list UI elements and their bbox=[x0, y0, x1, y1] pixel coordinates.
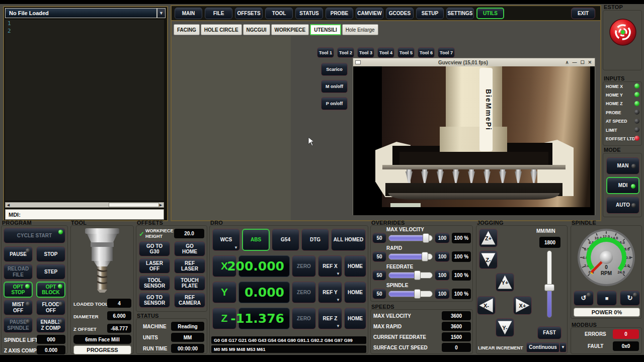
opt-block-button[interactable]: OPT BLOCK bbox=[36, 282, 65, 298]
m-on-off-button[interactable]: M on/off bbox=[321, 80, 348, 93]
dtg-button[interactable]: DTG bbox=[301, 229, 329, 251]
stop-button[interactable]: STOP bbox=[36, 246, 65, 262]
mode-man-button[interactable]: MAN bbox=[606, 157, 639, 174]
all-homed-button[interactable]: ALL HOMED bbox=[331, 229, 366, 251]
tab-setup[interactable]: SETUP bbox=[416, 8, 444, 19]
exit-button[interactable]: EXIT bbox=[571, 8, 595, 19]
tool-1-button[interactable]: Tool 1 bbox=[317, 47, 334, 58]
home-x-button[interactable]: HOME bbox=[344, 255, 366, 277]
maximize-icon[interactable]: ☐ bbox=[580, 60, 584, 65]
flood-button[interactable]: FLOOD OFF bbox=[36, 300, 65, 315]
p-on-off-button[interactable]: P on/off bbox=[321, 97, 348, 110]
laser-off-button[interactable]: LASER OFF bbox=[139, 258, 170, 274]
override-min-button[interactable]: 50 bbox=[372, 251, 386, 262]
zero-y-button[interactable]: ZERO bbox=[292, 282, 316, 303]
tab-tool[interactable]: TOOL bbox=[265, 8, 293, 19]
jog-x-minus-button[interactable]: X- bbox=[477, 296, 496, 315]
tab-camview[interactable]: CAMVIEW bbox=[356, 8, 383, 19]
enable-z-comp-button[interactable]: ENABLE Z COMP bbox=[36, 317, 65, 333]
jog-speed-slider[interactable] bbox=[547, 250, 552, 318]
go-home-button[interactable]: GO HOME bbox=[174, 241, 205, 256]
tool-5-button[interactable]: Tool 5 bbox=[397, 47, 415, 58]
override-max-velocity-slider[interactable] bbox=[388, 235, 433, 241]
override-feedrate-slider[interactable] bbox=[388, 272, 433, 279]
cycle-start-button[interactable]: CYCLE START bbox=[4, 228, 65, 243]
spindle-cw-button[interactable]: ↻ bbox=[620, 291, 640, 306]
jog-y-plus-button[interactable]: Y+ bbox=[496, 273, 514, 292]
zero-z-button[interactable]: ZERO bbox=[292, 308, 316, 329]
tab-offsets[interactable]: OFFSETS bbox=[235, 8, 263, 19]
tab-status[interactable]: STATUS bbox=[295, 8, 323, 19]
override-min-button[interactable]: 50 bbox=[372, 270, 386, 281]
shade-icon[interactable]: ∧ bbox=[566, 60, 569, 65]
ref-z-button[interactable]: REF Z▼ bbox=[318, 308, 342, 329]
jog-x-plus-button[interactable]: X+ bbox=[513, 296, 532, 315]
increment-dropdown-arrow-icon[interactable]: ▼ bbox=[559, 342, 567, 352]
jog-z-minus-button[interactable]: Z- bbox=[479, 250, 498, 269]
scrollbar-thumb[interactable] bbox=[109, 203, 159, 207]
override-min-button[interactable]: 50 bbox=[372, 289, 386, 299]
mdi-input[interactable]: MDI: bbox=[5, 209, 164, 220]
tab-utils[interactable]: UTILS bbox=[476, 8, 504, 19]
tool-2-button[interactable]: Tool 2 bbox=[337, 47, 354, 58]
tab-probe[interactable]: PROBE bbox=[326, 8, 353, 19]
zero-x-button[interactable]: ZERO bbox=[292, 255, 316, 277]
override-rapid-slider[interactable] bbox=[388, 253, 433, 260]
override-spindle-slider[interactable] bbox=[388, 291, 433, 297]
jog-z-plus-button[interactable]: Z+ bbox=[479, 229, 498, 247]
mode-auto-button[interactable]: AUTO bbox=[606, 197, 639, 214]
go-to-g30-button[interactable]: GO TO G30 bbox=[139, 241, 170, 256]
file-dropdown-button[interactable]: ▼ bbox=[157, 8, 166, 18]
pause-spindle-button[interactable]: PAUSE SPINDLE bbox=[4, 317, 33, 333]
override-max-button[interactable]: 100 bbox=[435, 251, 450, 262]
mode-mdi-button[interactable]: MDI bbox=[606, 177, 639, 194]
tool-6-button[interactable]: Tool 6 bbox=[418, 47, 435, 58]
touch-plate-button[interactable]: TOUCH PLATE bbox=[174, 276, 205, 291]
tool-3-button[interactable]: Tool 3 bbox=[357, 47, 374, 58]
mist-button[interactable]: MIST OFF bbox=[4, 300, 33, 315]
scroll-left-arrow-icon[interactable]: ◀ bbox=[6, 203, 11, 207]
slider-handle[interactable] bbox=[414, 270, 421, 280]
subtab-hole-circle[interactable]: HOLE CIRCLE bbox=[201, 24, 242, 35]
override-max-button[interactable]: 100 bbox=[435, 233, 450, 243]
tool-4-button[interactable]: Tool 4 bbox=[377, 47, 394, 58]
tab-gcodes[interactable]: GCODES bbox=[386, 8, 414, 19]
close-icon[interactable]: ✕ bbox=[588, 60, 592, 65]
spindle-ccw-button[interactable]: ↺ bbox=[574, 291, 594, 306]
spindle-stop-button[interactable]: ■ bbox=[597, 291, 617, 306]
subtab-facing[interactable]: FACING bbox=[174, 24, 200, 35]
ref-x-button[interactable]: REF X▼ bbox=[318, 255, 342, 277]
pause-button[interactable]: PAUSE bbox=[4, 246, 33, 262]
tab-settings[interactable]: SETTINGS bbox=[446, 8, 474, 19]
tab-file[interactable]: FILE bbox=[205, 8, 232, 19]
workpiece-height-value[interactable]: 20.0 bbox=[174, 229, 204, 238]
editor-horizontal-scrollbar[interactable]: ◀ ▶ bbox=[5, 202, 164, 208]
subtab-utensili[interactable]: UTENSILI bbox=[310, 24, 341, 35]
axis-y-button[interactable]: Y bbox=[212, 282, 236, 303]
tool-sensor-button[interactable]: TOOL SENSOR bbox=[139, 276, 170, 291]
wcs-button[interactable]: WCS▼ bbox=[212, 229, 240, 251]
ref-y-button[interactable]: REF Y▼ bbox=[318, 282, 342, 303]
fast-button[interactable]: FAST bbox=[537, 326, 561, 339]
abs-button[interactable]: ABS bbox=[242, 229, 270, 251]
override-max-button[interactable]: 100 bbox=[435, 270, 450, 281]
g54-button[interactable]: G54 bbox=[272, 229, 299, 251]
opt-stop-button[interactable]: OPT STOP bbox=[4, 282, 33, 298]
slider-handle[interactable] bbox=[414, 289, 421, 299]
estop-button[interactable] bbox=[608, 18, 637, 47]
ref-camera-button[interactable]: REF CAMERA bbox=[174, 293, 205, 308]
tool-7-button[interactable]: Tool 7 bbox=[438, 47, 455, 58]
increment-dropdown[interactable]: Continuous bbox=[526, 342, 559, 352]
ref-laser-button[interactable]: REF LASER bbox=[174, 258, 205, 274]
subtab-ngcgui[interactable]: NGCGUI bbox=[243, 24, 270, 35]
override-min-button[interactable]: 50 bbox=[372, 233, 386, 243]
scroll-right-arrow-icon[interactable]: ▶ bbox=[158, 203, 164, 207]
slider-handle[interactable] bbox=[423, 233, 429, 243]
home-z-button[interactable]: HOME bbox=[344, 308, 366, 329]
home-y-button[interactable]: HOME bbox=[344, 282, 366, 303]
tab-main[interactable]: MAIN bbox=[175, 8, 202, 19]
override-max-button[interactable]: 100 bbox=[435, 289, 450, 299]
guvcview-titlebar[interactable]: Guvcview (15,01 fps) ∧ — ☐ ✕ bbox=[353, 58, 595, 66]
jog-y-minus-button[interactable]: Y- bbox=[496, 318, 514, 337]
subtab-workpiece[interactable]: WORKPIECE bbox=[271, 24, 309, 35]
